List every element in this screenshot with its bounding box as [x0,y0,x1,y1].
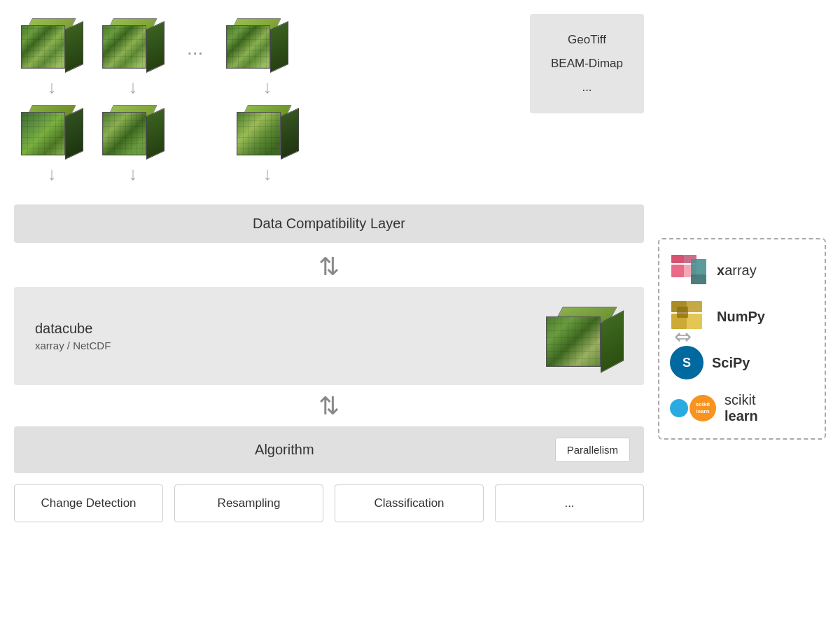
svg-rect-0 [671,265,684,277]
xarray-icon [670,253,708,287]
lib-xarray: xarray [670,253,814,287]
classification-label: Classification [374,496,444,510]
more-label: ... [564,496,574,510]
svg-rect-10 [677,307,688,318]
sklearn-name: scikitlearn [724,392,758,424]
arrow-down-1: ↓ [21,76,83,98]
bottom-cube-1 [21,101,83,160]
arrow-down-4: ↓ [21,163,83,185]
top-cube-1 [21,14,83,74]
bottom-cube-img-2 [102,101,164,160]
bottom-boxes: Change Detection Resampling Classificati… [14,484,644,522]
datacube-section: datacube xarray / NetCDF ⇔ [14,287,644,385]
sklearn-orange-circle: scikitlearn [690,395,716,421]
lib-sklearn: scikitlearn scikitlearn [670,392,814,424]
arrow-down-5: ↓ [102,163,164,185]
cube-group-2 [102,14,164,74]
scipy-name: SciPy [712,355,750,371]
horizontal-arrow: ⇔ [674,324,692,349]
cubes-area: ... ↓ ↓ ↓ [14,14,516,193]
left-column: ... ↓ ↓ ↓ [14,14,644,621]
format-more: ... [551,76,623,99]
datacube-3d-icon [546,301,623,371]
bottom-cube-img-1 [21,101,83,160]
arrow-down-2: ↓ [102,76,164,98]
svg-rect-5 [691,274,706,284]
svg-rect-4 [691,259,706,274]
format-geotiff: GeoTiff [551,28,623,52]
algorithm-section: Algorithm Parallelism [14,426,644,473]
compat-layer: Data Compatibility Layer [14,204,644,243]
arrow-down-3: ↓ [237,76,298,98]
main-layout: ... ↓ ↓ ↓ [0,0,840,635]
datacube-text: datacube xarray / NetCDF [35,321,532,351]
sklearn-icon: scikitlearn [670,395,716,421]
datacube-label: datacube [35,321,532,337]
resampling-label: Resampling [218,496,281,510]
algorithm-label: Algorithm [28,442,541,458]
cube-group-1 [21,14,83,74]
change-detection-label: Change Detection [41,496,136,510]
svg-rect-2 [671,255,684,263]
bottom-box-more: ... [495,484,644,522]
double-arrow-1: ⇅ [14,251,644,281]
double-arrow-2: ⇅ [14,391,644,421]
parallelism-label: Parallelism [567,444,618,456]
scipy-icon: S [670,346,704,379]
numpy-name: NumPy [717,309,765,325]
dots-separator: ... [183,37,206,74]
bottom-cube-img-3 [237,101,298,160]
svg-rect-9 [687,301,702,312]
cube-group-3 [226,14,288,74]
bottom-box-change-detection: Change Detection [14,484,163,522]
lib-scipy: S SciPy [670,346,814,379]
compat-layer-label: Data Compatibility Layer [253,216,405,231]
sklearn-blue-circle [670,399,688,417]
arrow-down-6: ↓ [237,163,298,185]
bottom-box-resampling: Resampling [174,484,323,522]
xarray-name: xarray [717,263,757,279]
format-box: GeoTiff BEAM-Dimap ... [530,14,644,113]
parallelism-box: Parallelism [555,438,630,462]
format-beam: BEAM-Dimap [551,52,623,76]
datacube-sublabel: xarray / NetCDF [35,340,532,351]
bottom-cube-2 [102,101,164,160]
bottom-cube-3 [237,101,298,160]
top-cube-3 [226,14,288,74]
bottom-box-classification: Classification [335,484,484,522]
top-cube-2 [102,14,164,74]
